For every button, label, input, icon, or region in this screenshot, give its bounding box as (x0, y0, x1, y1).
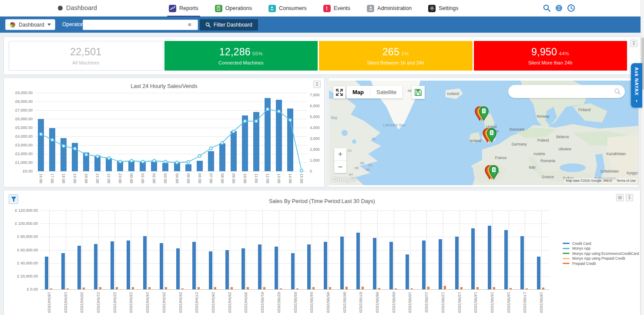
bar-prepaid-credit (165, 287, 167, 289)
sales-by-period-panel: Sales By Period (Time Period:Last 30 Day… (3, 190, 641, 315)
search-icon[interactable] (614, 88, 621, 95)
sales-bar (38, 119, 44, 171)
x-axis-tick: 08:00 (220, 173, 225, 183)
bar-credit-card (111, 241, 114, 289)
download-icon[interactable]: ↧ (630, 40, 637, 47)
x-axis-tick: 22:00 (107, 173, 111, 183)
google-map[interactable]: IcelandNorwayFinlandDenmarkUnitedKingdom… (329, 81, 639, 185)
globe-icon[interactable] (555, 4, 563, 12)
tab-administration[interactable]: Administration (367, 0, 412, 17)
x-axis-tick: 22/04/2020 (113, 292, 117, 313)
sales-bar (106, 158, 112, 171)
tab-operations[interactable]: Operations (215, 0, 252, 17)
x-axis-tick: 15/05/2020 (490, 292, 494, 313)
x-axis-tick: 02/05/2020 (277, 292, 281, 313)
kpi-card-silent-between-1h-and-24h[interactable]: 2651%Silent Between 1h and 24h (319, 41, 473, 71)
legend-item: Monyx App (563, 246, 639, 251)
x-axis-tick: 03:00 (163, 173, 168, 183)
gridline (426, 210, 427, 289)
satellite-button[interactable]: Satellite (370, 86, 402, 98)
legend-item: Credit Card (563, 241, 639, 246)
map-marker-machine-cluster[interactable] (473, 105, 490, 123)
bar-credit-card (373, 238, 376, 289)
map-zoom-control: + − (334, 148, 346, 173)
sales-bar (185, 164, 191, 171)
dashboard-selector-label: Dashboard (19, 22, 44, 28)
tab-events[interactable]: Events (323, 0, 350, 17)
gridline (262, 210, 263, 289)
gridline (541, 210, 542, 289)
bar-credit-card (422, 240, 426, 289)
clock-icon[interactable] (567, 4, 575, 12)
x-axis-tick: 19:00 (73, 173, 77, 183)
map-marker-machine-cluster[interactable] (483, 164, 500, 182)
bar-credit-card (209, 251, 212, 289)
machine-status-panel: 22,501All Machines12,28655%Connected Mac… (3, 37, 641, 75)
zoom-in-button[interactable]: + (334, 148, 346, 160)
x-axis-tick: 24/04/2020 (145, 292, 150, 313)
sales-bar (49, 128, 55, 171)
y-axis-tick-left: £0.00 (7, 169, 33, 173)
ask-nayax-tab[interactable]: Ask NAYAX ‹ (631, 63, 642, 108)
gridline (509, 210, 509, 289)
dashboard-page: Dashboard ReportsOperationsConsumersEven… (0, 0, 644, 315)
x-axis-tick: 27/04/2020 (195, 292, 199, 313)
kpi-card-silent-more-than-24h[interactable]: 9,95044%Silent More than 24h (474, 41, 627, 71)
bar-prepaid-credit (198, 287, 200, 289)
bar-credit-card (439, 239, 442, 289)
bar-prepaid-credit (116, 287, 118, 289)
bar-credit-card (143, 236, 147, 289)
y-axis-tick-left: £6,000.00 (7, 117, 33, 121)
x-axis-tick: 12:00 (265, 173, 270, 183)
bar-prepaid-credit (460, 287, 463, 289)
x-axis-tick: 21/04/2020 (96, 292, 101, 313)
dashboard-selector[interactable]: Dashboard (5, 19, 55, 30)
y-axis-tick-right: 0 (310, 169, 312, 173)
x-axis-tick: 05:00 (186, 173, 191, 183)
x-axis-tick: 18/04/2020 (47, 292, 51, 313)
save-map-button[interactable] (412, 86, 425, 99)
gridline (361, 210, 361, 289)
gridline (410, 210, 410, 289)
map-button[interactable]: Map (346, 86, 370, 98)
map-marker-machine-cluster[interactable] (481, 127, 497, 145)
y-axis-tick-left: £4,000.00 (7, 134, 33, 139)
map-search-input[interactable] (513, 85, 611, 98)
search-icon[interactable] (543, 4, 551, 12)
tab-settings[interactable]: Settings (428, 0, 458, 17)
bar-prepaid-credit (378, 288, 380, 289)
bar-prepaid-credit (411, 288, 413, 289)
x-axis-tick: 17:00 (50, 173, 54, 183)
bar-credit-card (324, 242, 327, 289)
bar-credit-card (192, 242, 196, 289)
x-axis-tick: 11:00 (254, 173, 258, 183)
gridline (49, 210, 50, 289)
x-axis-tick: 23/04/2020 (129, 292, 133, 313)
bar-prepaid-credit (510, 288, 512, 289)
filter-toolbar: Dashboard Operator ≡ Filter Dashboard (0, 17, 644, 33)
map-data-credit: Map data ©2020 Google, INEGI (566, 179, 612, 183)
x-axis-tick: 20:00 (84, 173, 88, 183)
x-axis-tick: 10/05/2020 (408, 292, 412, 313)
kpi-label: Silent Between 1h and 24h (367, 60, 425, 65)
kpi-card-connected-machines[interactable]: 12,28655%Connected Machines (164, 41, 318, 71)
gridline (312, 210, 312, 289)
tab-reports[interactable]: Reports (169, 0, 198, 17)
tab-consumers[interactable]: Consumers (268, 0, 307, 17)
x-axis-tick: 14/05/2020 (473, 292, 478, 313)
y-axis-tick-left: £7,000.00 (7, 108, 33, 112)
bar-prepaid-credit (247, 287, 249, 289)
bar-credit-card (488, 226, 491, 289)
terms-of-use-link[interactable]: Terms of Use (617, 179, 636, 183)
fullscreen-button[interactable] (333, 86, 345, 98)
kpi-card-all-machines[interactable]: 22,501All Machines (9, 41, 163, 71)
gear-icon (428, 5, 436, 12)
legend-label: Monyx App using EcommerceCreditCard (572, 251, 639, 256)
x-axis-tick: 29/04/2020 (228, 292, 232, 313)
gridline (345, 210, 345, 289)
gridline (246, 210, 246, 289)
filter-dashboard-button[interactable]: Filter Dashboard (200, 19, 258, 30)
zoom-out-button[interactable]: − (334, 161, 346, 173)
x-axis-tick: 17/05/2020 (523, 292, 527, 313)
operator-input[interactable] (83, 20, 198, 30)
